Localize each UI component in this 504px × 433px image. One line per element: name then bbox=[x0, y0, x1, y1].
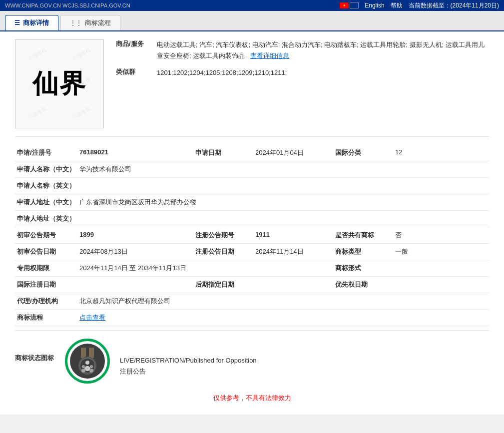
row-flow: 商标流程 点击查看 bbox=[15, 310, 489, 326]
similar-group-label: 类似群 bbox=[116, 67, 151, 76]
agent-label: 代理/办理机构 bbox=[15, 293, 77, 310]
top-bar-sites: WWW.CNIPA.GOV.CN WCJS.SBJ.CNIPA.GOV.CN bbox=[5, 2, 340, 8]
trademark-header: 中国南权 中国南权 中国南权 中国南权 中国南权 中国南权 仙界 商品/服务 电… bbox=[15, 39, 489, 137]
prelim-pub-no-label: 初审公告期号 bbox=[15, 227, 77, 244]
tab-trademark-detail[interactable]: ☰ 商标详情 bbox=[5, 15, 58, 30]
status-main-text: LIVE/REGISTRATION/Published for Oppositi… bbox=[120, 357, 257, 364]
app-date-value: 2024年01月04日 bbox=[253, 145, 313, 161]
trademark-text: 仙界 bbox=[32, 66, 86, 101]
row-pub-dates: 初审公告日期 2024年08月13日 注册公告日期 2024年11月14日 商标… bbox=[15, 244, 489, 260]
svg-point-7 bbox=[81, 369, 85, 373]
flow-label: 商标流程 bbox=[15, 310, 77, 326]
row-applicant-cn: 申请人名称（中文） 华为技术有限公司 bbox=[15, 161, 489, 178]
tab-trademark-flow[interactable]: ⋮⋮ 商标流程 bbox=[60, 15, 120, 30]
goods-services-value: 电动运载工具; 汽车; 汽车仪表板; 电动汽车; 混合动力汽车; 电动踏板车; … bbox=[157, 39, 489, 61]
status-section-label: 商标状态图标 bbox=[15, 339, 55, 363]
prelim-pub-date-value: 2024年08月13日 bbox=[77, 244, 173, 260]
priority-date-label: 优先权日期 bbox=[333, 277, 393, 293]
applicant-en-value bbox=[77, 178, 489, 194]
addr-en-label: 申请人地址（英文） bbox=[15, 211, 77, 227]
addr-en-value bbox=[77, 211, 489, 227]
status-sub-text: 注册公告 bbox=[120, 367, 257, 376]
trademark-image-box: 中国南权 中国南权 中国南权 中国南权 中国南权 中国南权 仙界 bbox=[15, 39, 104, 128]
top-bar: WWW.CNIPA.GOV.CN WCJS.SBJ.CNIPA.GOV.CN ★… bbox=[0, 0, 504, 11]
shared-mark-label: 是否共有商标 bbox=[333, 227, 393, 244]
mark-type-value: 一般 bbox=[393, 244, 489, 260]
detail-icon: ☰ bbox=[14, 19, 20, 26]
help-label[interactable]: 帮助 bbox=[391, 1, 403, 10]
medal-circle bbox=[65, 339, 110, 384]
app-date-label: 申请日期 bbox=[193, 145, 253, 161]
cn-flag: ★ bbox=[340, 2, 349, 8]
tabs-bar: ☰ 商标详情 ⋮⋮ 商标流程 bbox=[0, 11, 504, 31]
addr-cn-value: 广东省深圳市龙岗区坂田华为总部办公楼 bbox=[77, 194, 489, 211]
later-designation-value bbox=[253, 277, 313, 293]
disclaimer: 仅供参考，不具有法律效力 bbox=[15, 389, 489, 405]
reg-no-label: 申请/注册号 bbox=[15, 145, 77, 161]
addr-cn-label: 申请人地址（中文） bbox=[15, 194, 77, 211]
intl-class-label: 国际分类 bbox=[333, 145, 393, 161]
prelim-pub-no-value: 1899 bbox=[77, 227, 173, 244]
reg-pub-no-label: 注册公告期号 bbox=[193, 227, 253, 244]
main-content: 中国南权 中国南权 中国南权 中国南权 中国南权 中国南权 仙界 商品/服务 电… bbox=[0, 31, 504, 415]
exclusive-right-value: 2024年11月14日 至 2034年11月13日 bbox=[77, 260, 253, 277]
top-bar-controls: ★ English 帮助 当前数据截至：(2024年11月20日) bbox=[340, 1, 499, 10]
agent-value: 北京超凡知识产权代理有限公司 bbox=[77, 293, 489, 310]
mark-form-value bbox=[393, 260, 489, 277]
flow-icon: ⋮⋮ bbox=[70, 19, 82, 26]
row-addr-en: 申请人地址（英文） bbox=[15, 211, 489, 227]
row-pub-nos: 初审公告期号 1899 注册公告期号 1911 是否共有商标 否 bbox=[15, 227, 489, 244]
later-designation-label: 后期指定日期 bbox=[193, 277, 253, 293]
goods-services-row: 商品/服务 电动运载工具; 汽车; 汽车仪表板; 电动汽车; 混合动力汽车; 电… bbox=[116, 39, 489, 61]
reg-pub-date-value: 2024年11月14日 bbox=[253, 244, 313, 260]
language-flags: ★ bbox=[340, 2, 359, 8]
prelim-pub-date-label: 初审公告日期 bbox=[15, 244, 77, 260]
intl-class-value: 12 bbox=[393, 145, 489, 161]
reg-no-value: 76189021 bbox=[77, 145, 173, 161]
en-flag bbox=[350, 2, 359, 8]
svg-point-8 bbox=[90, 365, 93, 368]
similar-group-value: 1201;1202;1204;1205;1208;1209;1210;1211; bbox=[157, 67, 287, 78]
priority-date-value bbox=[393, 277, 489, 293]
date-label: 当前数据截至：(2024年11月20日) bbox=[409, 1, 499, 10]
tab-detail-label: 商标详情 bbox=[23, 18, 49, 27]
shared-mark-value: 否 bbox=[393, 227, 489, 244]
mark-form-label: 商标形式 bbox=[333, 260, 393, 277]
applicant-en-label: 申请人名称（英文） bbox=[15, 178, 77, 194]
intl-reg-date-label: 国际注册日期 bbox=[15, 277, 77, 293]
svg-point-4 bbox=[85, 361, 89, 365]
medal-inner bbox=[70, 344, 105, 379]
svg-point-9 bbox=[89, 369, 93, 373]
flow-link[interactable]: 点击查看 bbox=[79, 314, 105, 321]
mark-type-label: 商标类型 bbox=[333, 244, 393, 260]
applicant-cn-value: 华为技术有限公司 bbox=[77, 161, 489, 178]
applicant-cn-label: 申请人名称（中文） bbox=[15, 161, 77, 178]
row-applicant-en: 申请人名称（英文） bbox=[15, 178, 489, 194]
status-content: LIVE/REGISTRATION/Published for Oppositi… bbox=[65, 339, 257, 384]
similar-group-row: 类似群 1201;1202;1204;1205;1208;1209;1210;1… bbox=[116, 67, 489, 78]
row-addr-cn: 申请人地址（中文） 广东省深圳市龙岗区坂田华为总部办公楼 bbox=[15, 194, 489, 211]
tab-flow-label: 商标流程 bbox=[85, 18, 111, 27]
reg-pub-date-label: 注册公告日期 bbox=[193, 244, 253, 260]
row-agent: 代理/办理机构 北京超凡知识产权代理有限公司 bbox=[15, 293, 489, 310]
detail-table: 申请/注册号 76189021 申请日期 2024年01月04日 国际分类 12… bbox=[15, 145, 489, 326]
row-exclusive-markform: 专用权期限 2024年11月14日 至 2034年11月13日 商标形式 bbox=[15, 260, 489, 277]
intl-reg-date-value bbox=[77, 277, 173, 293]
english-label[interactable]: English bbox=[365, 2, 384, 9]
medal-svg bbox=[75, 348, 100, 375]
exclusive-right-label: 专用权期限 bbox=[15, 260, 77, 277]
row-dates: 国际注册日期 后期指定日期 优先权日期 bbox=[15, 277, 489, 293]
status-section: 商标状态图标 bbox=[15, 330, 489, 389]
goods-services-label: 商品/服务 bbox=[116, 39, 151, 48]
reg-pub-no-value: 1911 bbox=[253, 227, 313, 244]
detail-link[interactable]: 查看详细信息 bbox=[250, 52, 289, 59]
trademark-info: 商品/服务 电动运载工具; 汽车; 汽车仪表板; 电动汽车; 混合动力汽车; 电… bbox=[116, 39, 489, 128]
status-text-block: LIVE/REGISTRATION/Published for Oppositi… bbox=[120, 347, 257, 376]
row-reg-appdate-intlclass: 申请/注册号 76189021 申请日期 2024年01月04日 国际分类 12 bbox=[15, 145, 489, 161]
svg-point-6 bbox=[82, 365, 85, 368]
